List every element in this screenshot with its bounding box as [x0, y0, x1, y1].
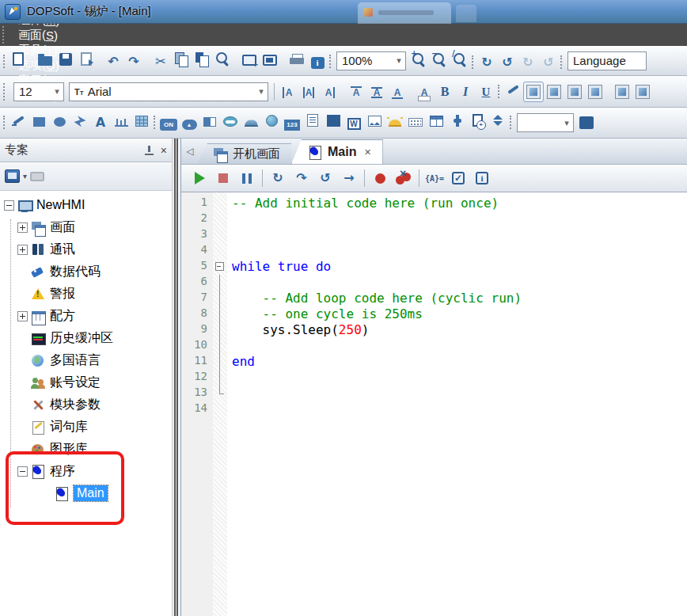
align-left-button[interactable]: A [278, 82, 298, 103]
valign-bottom-button[interactable]: A [387, 83, 408, 104]
pic-tile-button[interactable] [585, 82, 605, 102]
pic-actual-button[interactable] [523, 82, 544, 102]
zoom-out-button[interactable]: − [429, 49, 450, 70]
tree-item-language[interactable]: 多国语言 [0, 349, 172, 371]
breakpoint-button[interactable] [370, 168, 390, 188]
wave-button[interactable]: W [344, 114, 364, 135]
meter-button[interactable] [241, 113, 261, 134]
pic-right-button[interactable] [632, 82, 653, 102]
run-button[interactable] [189, 168, 210, 188]
zoom-in-button[interactable]: + [408, 49, 429, 70]
pic-left-button[interactable] [612, 82, 632, 102]
language-combobox[interactable]: Language [567, 51, 647, 70]
font-name-combobox[interactable]: TT Arial [69, 82, 268, 101]
tab-main[interactable]: Main × [291, 139, 383, 164]
rotate-ccw2-button[interactable]: ↺ [538, 52, 559, 73]
pic-stretch-button[interactable] [544, 82, 564, 102]
bold-button[interactable]: B [435, 82, 455, 102]
page-add-button[interactable] [467, 110, 488, 131]
save-button[interactable] [55, 49, 76, 70]
on-button-button[interactable] [158, 115, 179, 135]
keypad-button[interactable] [405, 112, 426, 133]
cut-button[interactable]: ✂ [150, 51, 171, 72]
fold-collapse-icon[interactable] [213, 259, 227, 275]
pen-button[interactable] [8, 110, 28, 131]
font-color-button[interactable]: A [414, 84, 435, 105]
tank-button[interactable] [220, 112, 241, 132]
expand-icon[interactable] [17, 222, 28, 233]
paste-button[interactable] [192, 49, 212, 70]
clear-breakpoints-button[interactable] [393, 168, 414, 188]
bar-button[interactable] [199, 112, 220, 132]
tab-startup-screen[interactable]: 开机画面 [197, 143, 291, 164]
print-button[interactable] [287, 50, 307, 70]
align-center-button[interactable]: A [298, 82, 319, 103]
zoom-level-combobox[interactable]: 100% [336, 51, 406, 70]
state-combobox[interactable] [517, 113, 574, 132]
tab-close-icon[interactable]: × [364, 146, 370, 158]
circle-meter-button[interactable] [261, 111, 282, 131]
momentary-button[interactable] [179, 115, 199, 135]
tree-item-newhmi[interactable]: NewHMI [0, 194, 172, 216]
collapse-icon[interactable] [17, 466, 28, 477]
syntax-check-button[interactable] [448, 168, 469, 188]
about-button[interactable] [307, 52, 328, 73]
underline-button[interactable]: U [476, 82, 496, 102]
rotate-cw2-button[interactable]: ↻ [518, 52, 538, 73]
rect-button[interactable] [28, 112, 49, 132]
valign-top-button[interactable]: A [346, 82, 366, 102]
zoom-reset-button[interactable]: / [450, 49, 470, 70]
tree-item-program[interactable]: 程序 [0, 460, 172, 482]
tree-item-module[interactable]: 模块参数 [0, 394, 172, 416]
expand-icon[interactable] [17, 311, 28, 321]
chevron-down-icon[interactable]: ▾ [23, 172, 27, 181]
tree-item-main[interactable]: Main [0, 482, 172, 504]
watch-button[interactable] [424, 168, 445, 188]
screen-copy-button[interactable] [260, 50, 280, 70]
script-info-button[interactable] [472, 168, 492, 188]
tab-scroll-left-icon[interactable]: ◁ [183, 142, 197, 161]
tree-item-comm[interactable]: 通讯 [0, 238, 172, 260]
step-into-button[interactable]: ↻ [268, 168, 288, 188]
save-page-button[interactable] [76, 49, 97, 70]
expand-icon[interactable] [17, 245, 28, 255]
text-button[interactable]: A [90, 112, 111, 133]
table-button[interactable] [426, 111, 446, 131]
step-over-button[interactable]: ↷ [291, 168, 312, 188]
align-right-button[interactable]: A [319, 82, 340, 103]
record-button[interactable] [302, 110, 323, 131]
menu-item-4[interactable]: 画面(S) [9, 28, 70, 43]
font-size-combobox[interactable]: 12 [13, 82, 64, 101]
line-number-gutter[interactable]: 1234567891011121314 [181, 192, 213, 616]
scale-button[interactable] [111, 112, 131, 132]
code-text[interactable]: -- Add initial code here (run once)while… [227, 192, 687, 616]
pic-center-button[interactable] [564, 82, 585, 102]
tree-item-history[interactable]: 历史缓冲区 [0, 327, 172, 349]
open-button[interactable] [35, 51, 55, 71]
menu-grip[interactable] [2, 26, 7, 44]
sort-button[interactable] [488, 110, 508, 131]
italic-button[interactable]: I [455, 82, 476, 102]
multi-button[interactable] [576, 112, 597, 133]
tree-item-gallery[interactable]: 图形库 [0, 438, 172, 460]
pin-icon[interactable] [143, 145, 154, 156]
ellipse-button[interactable] [49, 112, 70, 132]
pause-button[interactable] [237, 168, 257, 188]
find-button[interactable] [212, 48, 233, 69]
rotate-ccw-button[interactable]: ↺ [497, 52, 518, 73]
redo-button[interactable]: ↷ [123, 51, 144, 72]
grid-button[interactable] [131, 111, 152, 131]
step-out-button[interactable]: ↺ [315, 168, 336, 188]
alarm-button[interactable] [385, 113, 405, 134]
valign-middle-button[interactable]: A [366, 82, 387, 103]
tree-item-recipe[interactable]: 配方 [0, 305, 172, 327]
fold-margin[interactable] [213, 192, 227, 616]
draw-line-button[interactable] [503, 79, 523, 100]
close-icon[interactable]: × [161, 144, 167, 157]
panel-splitter[interactable] [173, 139, 180, 616]
tree-item-account[interactable]: 账号设定 [0, 371, 172, 394]
tree-item-alarm[interactable]: 警报 [0, 283, 172, 305]
pipe-button[interactable] [446, 111, 467, 131]
tree-item-datacode[interactable]: 数据代码 [0, 260, 172, 283]
rotate-cw-button[interactable]: ↻ [476, 52, 497, 73]
